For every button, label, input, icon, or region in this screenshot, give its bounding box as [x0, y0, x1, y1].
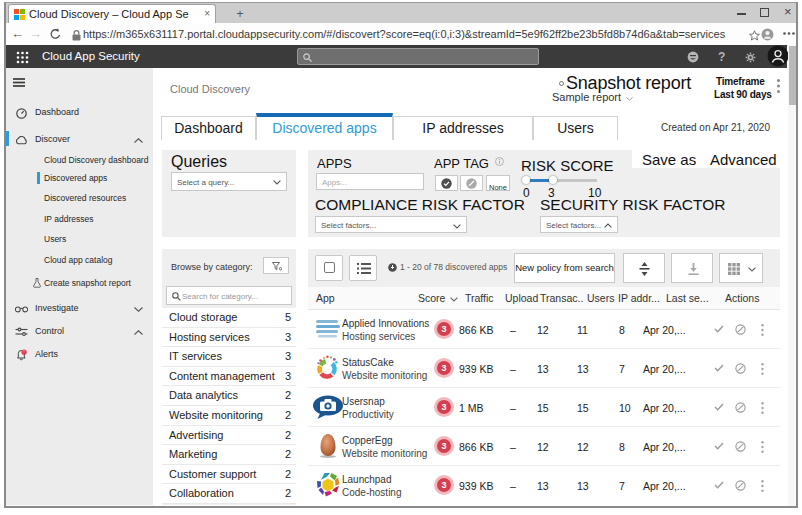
svg-text:!: ! [24, 350, 25, 354]
